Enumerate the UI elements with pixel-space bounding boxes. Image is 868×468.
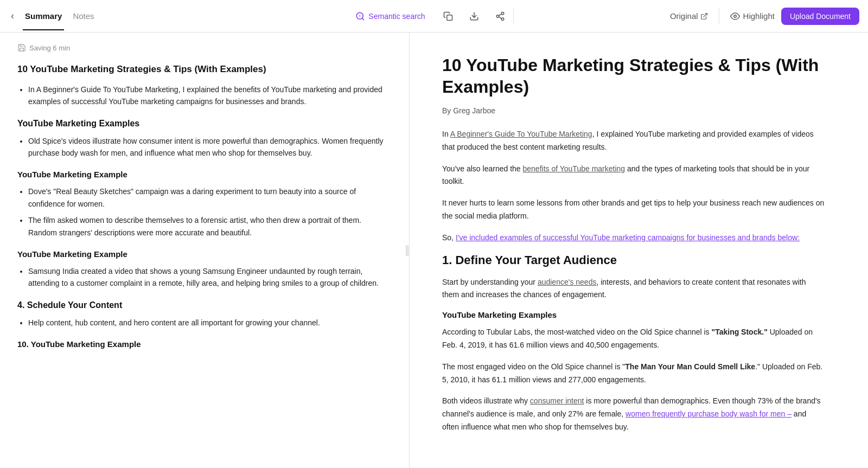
beginner-guide-link[interactable]: A Beginner's Guide To YouTube Marketing [450,130,592,138]
article-paragraph-5: Start by understanding your audience's n… [442,276,825,302]
article-section-heading: 1. Define Your Target Audience [442,253,825,267]
list-item: The film asked women to describe themsel… [28,214,392,239]
list-item: Old Spice's videos illustrate how consum… [28,135,392,159]
download-button[interactable] [465,8,483,25]
right-panel: 10 YouTube Marketing Strategies & Tips (… [410,33,868,468]
save-icon [17,43,26,52]
upload-document-button[interactable]: Upload Document [781,8,859,25]
svg-rect-2 [446,15,452,20]
para7-pre: The most engaged video on the Old Spice … [442,362,625,371]
summary-schedule-list: Help content, hub content, and hero cont… [17,317,392,329]
tab-notes[interactable]: Notes [71,7,96,25]
highlight-button[interactable]: Highlight [730,11,775,21]
article-paragraph-7: The most engaged video on the Old Spice … [442,361,825,387]
article-title: 10 YouTube Marketing Strategies & Tips (… [442,54,825,98]
highlight-label: Highlight [743,11,775,21]
divider [513,8,514,24]
audience-needs-link[interactable]: audience's needs [538,278,597,286]
summary-title: 10 YouTube Marketing Strategies & Tips (… [17,63,392,76]
list-item: Help content, hub content, and hero cont… [28,317,392,329]
summary-examples-list: Old Spice's videos illustrate how consum… [17,135,392,159]
section-heading-1: YouTube Marketing Examples [17,119,392,129]
para1-pre: In [442,130,450,138]
article-paragraph-8: Both videos illustrate why consumer inte… [442,395,825,433]
section-heading-2: YouTube Marketing Example [17,170,392,179]
top-bar-right: 10 YouTube Marketing Strategies & Tips (… [518,8,859,25]
article-paragraph-4: So, I've included examples of successful… [442,232,825,245]
left-panel: Saving 6 min 10 YouTube Marketing Strate… [0,33,410,468]
para8-pre: Both videos illustrate why [442,396,530,405]
saving-text: Saving 6 min [29,44,70,52]
share-button[interactable] [492,8,509,25]
article-author: By Greg Jarboe [442,106,825,115]
external-link-icon [700,12,708,20]
article-paragraph-3: It never hurts to learn some lessons fro… [442,197,825,223]
download-icon [469,11,479,21]
article-paragraph-6: According to Tubular Labs, the most-watc… [442,326,825,352]
list-item: In A Beginner's Guide To YouTube Marketi… [28,84,392,108]
para2-pre: You've also learned the [442,164,523,173]
summary-dove-list: Dove's "Real Beauty Sketches" campaign w… [17,185,392,239]
list-item: Samsung India created a video that shows… [28,265,392,290]
article-body: In A Beginner's Guide To YouTube Marketi… [442,128,825,434]
section-heading-4: 4. Schedule Your Content [17,300,392,310]
section-heading-3: YouTube Marketing Example [17,249,392,259]
para7-bold: The Man Your Man Could Smell Like [625,362,755,371]
semantic-search-label: Semantic search [368,12,425,21]
para6-bold: "Taking Stock." [712,328,768,336]
svg-line-8 [499,14,501,15]
tab-summary[interactable]: Summary [23,7,64,25]
list-item: Dove's "Real Beauty Sketches" campaign w… [28,185,392,210]
section-heading-5: 10. YouTube Marketing Example [17,339,392,349]
campaigns-link[interactable]: I've included examples of successful You… [456,233,800,242]
summary-samsung-list: Samsung India created a video that shows… [17,265,392,290]
svg-line-7 [499,17,501,18]
article-paragraph-1: In A Beginner's Guide To YouTube Marketi… [442,128,825,154]
summary-intro-list: In A Beginner's Guide To YouTube Marketi… [17,84,392,108]
back-button[interactable]: ‹ [9,8,16,24]
resize-handle[interactable] [405,33,409,468]
copy-button[interactable] [439,8,457,25]
copy-icon [443,11,453,21]
svg-line-9 [703,13,706,16]
article-subsection-heading: YouTube Marketing Examples [442,310,825,319]
share-icon [495,11,505,21]
para5-pre: Start by understanding your [442,278,538,286]
top-bar-center: Semantic search [350,8,508,25]
para4-pre: So, [442,233,456,242]
article-paragraph-2: You've also learned the benefits of YouT… [442,163,825,189]
top-bar: ‹ Summary Notes Semantic search [0,0,868,33]
para6-pre: According to Tubular Labs, the most-watc… [442,328,712,336]
original-text: Original [670,11,698,21]
svg-point-10 [733,15,736,17]
svg-line-1 [362,18,364,20]
semantic-search-button[interactable]: Semantic search [350,8,430,24]
original-link[interactable]: 10 YouTube Marketing Strategies & Tips (… [670,11,708,21]
eye-icon [730,11,740,21]
divider2 [719,8,719,24]
consumer-intent-link[interactable]: consumer intent [530,396,584,405]
top-bar-left: ‹ Summary Notes [9,7,350,25]
saving-indicator: Saving 6 min [17,43,392,52]
search-sparkle-icon [355,11,365,21]
highlighted-text: women frequently purchase body wash for … [626,409,792,418]
benefits-link[interactable]: benefits of YouTube marketing [523,164,626,173]
main-content: Saving 6 min 10 YouTube Marketing Strate… [0,33,868,468]
